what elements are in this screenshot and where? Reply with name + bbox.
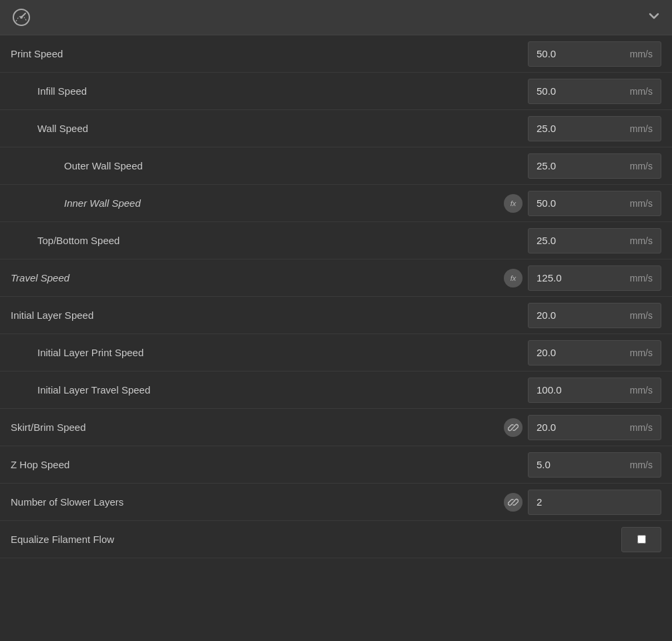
value-box-initial-layer-print-speed[interactable]: 20.0mm/s xyxy=(528,340,661,366)
label-skirt-brim-speed: Skirt/Brim Speed xyxy=(11,422,504,433)
settings-table: Print Speed50.0mm/sInfill Speed50.0mm/sW… xyxy=(0,35,672,558)
setting-row-inner-wall-speed[interactable]: Inner Wall Speedfx50.0mm/s xyxy=(0,185,672,222)
setting-row-skirt-brim-speed[interactable]: Skirt/Brim Speed 20.0mm/s xyxy=(0,409,672,446)
value-number-travel-speed: 125.0 xyxy=(537,272,562,283)
value-unit-initial-layer-print-speed: mm/s xyxy=(630,348,653,358)
setting-row-wall-speed[interactable]: Wall Speed25.0mm/s xyxy=(0,110,672,147)
value-box-equalize-filament-flow[interactable] xyxy=(621,527,661,552)
svg-line-2 xyxy=(512,426,515,429)
value-box-inner-wall-speed[interactable]: 50.0mm/s xyxy=(528,191,661,216)
setting-row-number-of-slower-layers[interactable]: Number of Slower Layers 2 xyxy=(0,484,672,521)
value-unit-skirt-brim-speed: mm/s xyxy=(630,422,653,433)
value-number-top-bottom-speed: 25.0 xyxy=(537,235,556,246)
label-inner-wall-speed: Inner Wall Speed xyxy=(11,197,504,209)
section-header[interactable] xyxy=(0,0,672,35)
value-number-z-hop-speed: 5.0 xyxy=(537,459,551,470)
value-box-wall-speed[interactable]: 25.0mm/s xyxy=(528,116,661,141)
value-number-initial-layer-print-speed: 20.0 xyxy=(537,347,556,358)
value-box-z-hop-speed[interactable]: 5.0mm/s xyxy=(528,452,661,478)
label-z-hop-speed: Z Hop Speed xyxy=(11,459,504,470)
label-initial-layer-speed: Initial Layer Speed xyxy=(11,309,504,321)
value-box-top-bottom-speed[interactable]: 25.0mm/s xyxy=(528,228,661,253)
setting-row-outer-wall-speed[interactable]: Outer Wall Speed25.0mm/s xyxy=(0,147,672,185)
svg-line-3 xyxy=(512,501,515,504)
value-box-number-of-slower-layers[interactable]: 2 xyxy=(528,490,661,515)
fx-badge-travel-speed[interactable]: fx xyxy=(504,269,523,287)
setting-row-travel-speed[interactable]: Travel Speedfx125.0mm/s xyxy=(0,259,672,297)
value-unit-wall-speed: mm/s xyxy=(630,123,653,134)
value-unit-print-speed: mm/s xyxy=(630,49,653,59)
value-unit-travel-speed: mm/s xyxy=(630,273,653,283)
value-box-travel-speed[interactable]: 125.0mm/s xyxy=(528,265,661,291)
setting-row-infill-speed[interactable]: Infill Speed50.0mm/s xyxy=(0,73,672,110)
fx-badge-inner-wall-speed[interactable]: fx xyxy=(504,194,523,213)
setting-row-top-bottom-speed[interactable]: Top/Bottom Speed25.0mm/s xyxy=(0,222,672,259)
label-wall-speed: Wall Speed xyxy=(11,123,504,134)
setting-row-z-hop-speed[interactable]: Z Hop Speed5.0mm/s xyxy=(0,446,672,484)
label-initial-layer-print-speed: Initial Layer Print Speed xyxy=(11,347,504,358)
value-unit-inner-wall-speed: mm/s xyxy=(630,198,653,209)
value-unit-outer-wall-speed: mm/s xyxy=(630,161,653,171)
label-print-speed: Print Speed xyxy=(11,48,504,59)
value-unit-z-hop-speed: mm/s xyxy=(630,460,653,470)
value-number-wall-speed: 25.0 xyxy=(537,123,556,134)
value-unit-top-bottom-speed: mm/s xyxy=(630,235,653,246)
label-top-bottom-speed: Top/Bottom Speed xyxy=(11,235,504,246)
value-number-skirt-brim-speed: 20.0 xyxy=(537,422,556,433)
label-infill-speed: Infill Speed xyxy=(11,85,504,97)
label-outer-wall-speed: Outer Wall Speed xyxy=(11,160,504,171)
value-number-initial-layer-speed: 20.0 xyxy=(537,309,556,321)
setting-row-print-speed[interactable]: Print Speed50.0mm/s xyxy=(0,35,672,73)
value-number-initial-layer-travel-speed: 100.0 xyxy=(537,384,562,396)
value-box-print-speed[interactable]: 50.0mm/s xyxy=(528,41,661,67)
value-unit-infill-speed: mm/s xyxy=(630,86,653,97)
link-badge-skirt-brim-speed[interactable] xyxy=(504,418,523,437)
setting-row-initial-layer-print-speed[interactable]: Initial Layer Print Speed20.0mm/s xyxy=(0,334,672,372)
collapse-icon[interactable] xyxy=(647,9,661,27)
label-number-of-slower-layers: Number of Slower Layers xyxy=(11,496,504,508)
speed-icon xyxy=(11,7,32,28)
label-travel-speed: Travel Speed xyxy=(11,272,504,283)
label-equalize-filament-flow: Equalize Filament Flow xyxy=(11,534,597,545)
value-box-initial-layer-speed[interactable]: 20.0mm/s xyxy=(528,303,661,328)
value-number-print-speed: 50.0 xyxy=(537,48,556,59)
value-box-infill-speed[interactable]: 50.0mm/s xyxy=(528,79,661,104)
value-box-initial-layer-travel-speed[interactable]: 100.0mm/s xyxy=(528,378,661,403)
setting-row-equalize-filament-flow[interactable]: Equalize Filament Flow xyxy=(0,521,672,558)
setting-row-initial-layer-speed[interactable]: Initial Layer Speed20.0mm/s xyxy=(0,297,672,334)
setting-row-initial-layer-travel-speed[interactable]: Initial Layer Travel Speed100.0mm/s xyxy=(0,372,672,409)
value-box-skirt-brim-speed[interactable]: 20.0mm/s xyxy=(528,415,661,440)
checkbox-equalize-filament-flow[interactable] xyxy=(637,535,646,544)
link-badge-number-of-slower-layers[interactable] xyxy=(504,493,523,512)
label-initial-layer-travel-speed: Initial Layer Travel Speed xyxy=(11,384,504,396)
header-left xyxy=(11,7,40,28)
value-number-outer-wall-speed: 25.0 xyxy=(537,160,556,171)
value-box-outer-wall-speed[interactable]: 25.0mm/s xyxy=(528,153,661,179)
value-unit-initial-layer-speed: mm/s xyxy=(630,310,653,321)
value-number-inner-wall-speed: 50.0 xyxy=(537,197,556,209)
value-unit-initial-layer-travel-speed: mm/s xyxy=(630,385,653,396)
value-number-number-of-slower-layers: 2 xyxy=(537,496,542,508)
value-number-infill-speed: 50.0 xyxy=(537,85,556,97)
